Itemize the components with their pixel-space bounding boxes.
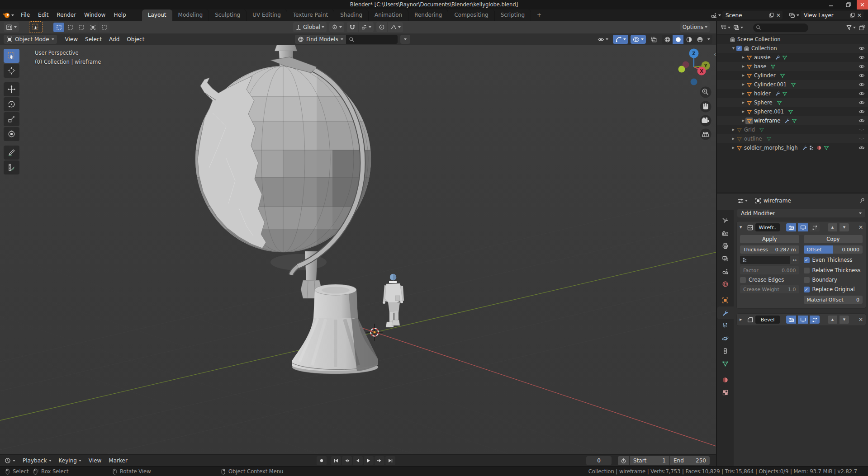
tab-output[interactable]	[717, 240, 734, 252]
mesh-data-icon[interactable]	[792, 118, 797, 123]
overlays-toggle-dropdown[interactable]	[631, 35, 646, 44]
outliner-search-input[interactable]	[753, 24, 808, 32]
remove-modifier-button[interactable]: ✕	[859, 224, 863, 231]
tab-world[interactable]	[717, 278, 734, 290]
pin-icon[interactable]	[859, 198, 865, 204]
current-frame-field[interactable]: 0	[586, 456, 612, 465]
tool-annotate[interactable]	[4, 146, 19, 160]
shading-solid-button[interactable]	[673, 35, 683, 44]
outliner-row-aussie[interactable]: ▶ aussie	[717, 53, 868, 62]
transform-orientation-dropdown[interactable]: Global	[293, 22, 327, 32]
viewport-visibility-toggle[interactable]	[798, 223, 808, 231]
add-modifier-dropdown[interactable]: Add Modifier	[737, 209, 865, 217]
select-mode-invert-button[interactable]	[87, 23, 98, 32]
copy-button[interactable]: Copy	[804, 235, 863, 243]
even-thickness-checkbox[interactable]	[804, 257, 810, 263]
model-search-input[interactable]	[346, 35, 398, 44]
find-models-dropdown[interactable]: Find Models	[295, 35, 346, 44]
tab-object[interactable]	[717, 294, 734, 306]
visibility-eye-icon[interactable]	[859, 90, 865, 97]
disclosure-triangle[interactable]: ▶	[730, 128, 736, 132]
tab-texture[interactable]	[717, 386, 734, 399]
tab-compositing[interactable]: Compositing	[448, 9, 494, 21]
move-modifier-up-button[interactable]: ▲	[828, 223, 837, 231]
expand-arrow[interactable]: ▼	[740, 226, 745, 229]
tab-modifiers[interactable]	[717, 306, 734, 319]
object-visibility-dropdown[interactable]	[595, 35, 611, 44]
select-mode-intersect-button[interactable]	[99, 23, 109, 32]
replace-original-checkbox[interactable]	[804, 287, 810, 292]
tool-move[interactable]	[4, 82, 19, 96]
visibility-eye-icon[interactable]	[859, 99, 865, 106]
scene-browse-chevron[interactable]	[718, 14, 721, 16]
menu-select[interactable]: Select	[81, 33, 105, 45]
tab-scene[interactable]	[717, 265, 734, 278]
disclosure-triangle[interactable]: ▶	[740, 110, 746, 113]
visibility-eye-icon[interactable]	[859, 54, 865, 61]
tab-scripting[interactable]: Scripting	[495, 9, 531, 21]
tab-tool[interactable]	[717, 214, 734, 227]
tool-settings-collapse-button[interactable]	[400, 35, 410, 44]
view-menu[interactable]: View	[85, 455, 105, 467]
tool-transform[interactable]	[4, 127, 19, 141]
crease-weight-field[interactable]: Crease Weight1.0	[740, 285, 799, 293]
outliner-row-sphere-001[interactable]: ▶ Sphere.001	[717, 107, 868, 116]
tab-render[interactable]	[717, 227, 734, 240]
tool-scale[interactable]	[4, 112, 19, 126]
outliner-row-wireframe[interactable]: ▶ wireframe	[717, 116, 868, 125]
visibility-eye-icon[interactable]	[859, 145, 865, 151]
visibility-eye-icon[interactable]	[859, 118, 865, 124]
mesh-data-icon[interactable]	[782, 55, 787, 60]
collection-checkbox[interactable]	[736, 46, 742, 51]
tab-view-layer[interactable]	[717, 252, 734, 265]
mesh-data-icon[interactable]	[782, 91, 787, 96]
outliner-row-base[interactable]: ▶ base	[717, 62, 868, 71]
visibility-eye-closed-icon[interactable]	[859, 136, 865, 142]
modifier-name-field[interactable]: Wirefr..	[755, 223, 780, 231]
tab-sculpting[interactable]: Sculpting	[209, 9, 247, 21]
shading-material-button[interactable]	[683, 35, 694, 44]
prev-keyframe-button[interactable]	[342, 456, 352, 465]
menu-add[interactable]: Add	[105, 33, 123, 45]
menu-object[interactable]: Object	[123, 33, 148, 45]
perspective-ortho-button[interactable]	[700, 129, 711, 140]
tool-select-box[interactable]	[4, 49, 19, 63]
tool-rotate[interactable]	[4, 97, 19, 111]
shading-options-chevron[interactable]	[705, 35, 712, 44]
jump-to-end-button[interactable]	[385, 456, 395, 465]
select-mode-set-button[interactable]	[53, 23, 64, 32]
gizmo-neg-y-ball[interactable]	[678, 66, 685, 73]
mesh-data-icon[interactable]	[777, 100, 782, 105]
disclosure-triangle[interactable]: ▶	[740, 92, 746, 95]
menu-edit[interactable]: Edit	[34, 9, 52, 21]
visibility-eye-icon[interactable]	[859, 45, 865, 52]
editor-type-button[interactable]	[4, 22, 19, 32]
tab-uv-editing[interactable]: UV Editing	[247, 9, 287, 21]
render-visibility-toggle[interactable]	[786, 223, 796, 231]
edit-mode-display-toggle[interactable]	[810, 223, 820, 231]
outliner-filter-dropdown[interactable]	[846, 24, 856, 31]
vertex-group-field[interactable]	[740, 256, 790, 264]
playback-menu[interactable]: Playback	[19, 455, 55, 467]
visibility-eye-icon[interactable]	[859, 63, 865, 70]
disclosure-triangle[interactable]: ▶	[730, 137, 736, 141]
tab-layout[interactable]: Layout	[142, 9, 172, 21]
invert-vertex-group-button[interactable]: ↔	[790, 256, 799, 264]
visibility-eye-icon[interactable]	[859, 72, 865, 79]
outliner-row-holder[interactable]: ▶ holder	[717, 89, 868, 98]
remove-modifier-button[interactable]: ✕	[859, 316, 863, 323]
material-offset-field[interactable]: Material Offset0	[804, 296, 863, 304]
new-collection-button[interactable]	[859, 24, 865, 31]
modifier-wrench-icon[interactable]	[775, 91, 780, 96]
shading-wireframe-button[interactable]	[662, 35, 673, 44]
active-tool-button[interactable]	[29, 21, 43, 33]
snap-settings-dropdown[interactable]	[359, 22, 374, 32]
tab-texture-paint[interactable]: Texture Paint	[287, 9, 334, 21]
zoom-button[interactable]	[700, 87, 711, 98]
modifier-wrench-icon[interactable]	[784, 118, 790, 123]
tab-object-data[interactable]	[717, 357, 734, 370]
next-keyframe-button[interactable]	[375, 456, 384, 465]
visibility-eye-closed-icon[interactable]	[859, 127, 865, 133]
select-mode-extend-button[interactable]	[65, 23, 76, 32]
outliner-filter-id-dropdown[interactable]	[733, 24, 743, 31]
